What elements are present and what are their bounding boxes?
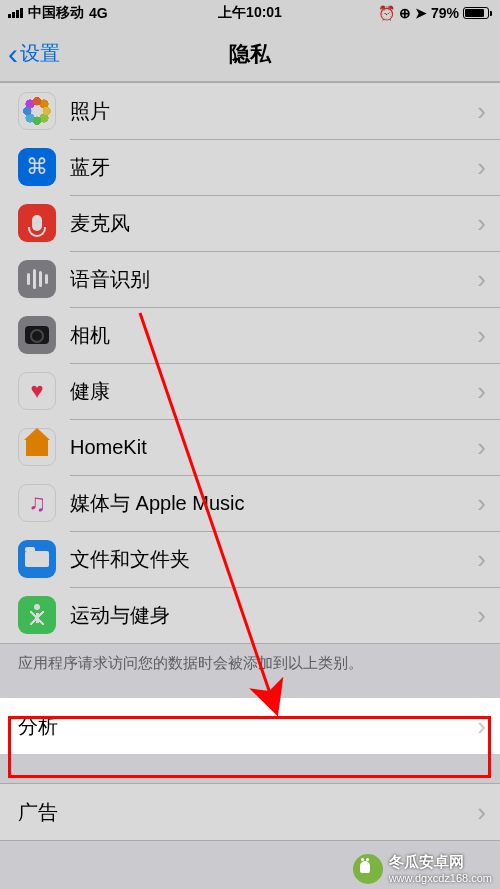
battery-percent: 79%: [431, 5, 459, 21]
signal-icon: [8, 8, 23, 18]
carrier-label: 中国移动: [28, 4, 84, 22]
bluetooth-icon: ⌘: [18, 148, 56, 186]
row-label: 照片: [70, 98, 471, 125]
chevron-right-icon: ›: [477, 600, 486, 631]
music-icon: ♫: [18, 484, 56, 522]
row-label: 分析: [18, 713, 471, 740]
row-label: 媒体与 Apple Music: [70, 490, 471, 517]
row-label: 健康: [70, 378, 471, 405]
analytics-list: 分析 ›: [0, 697, 500, 755]
back-button[interactable]: ‹ 设置: [0, 39, 60, 69]
chevron-right-icon: ›: [477, 152, 486, 183]
back-label: 设置: [20, 40, 60, 67]
row-homekit[interactable]: HomeKit ›: [0, 419, 500, 475]
chevron-right-icon: ›: [477, 264, 486, 295]
row-label: 广告: [18, 799, 471, 826]
health-icon: ♥: [18, 372, 56, 410]
battery-icon: [463, 7, 492, 19]
speech-recognition-icon: [18, 260, 56, 298]
chevron-right-icon: ›: [477, 797, 486, 828]
camera-icon: [18, 316, 56, 354]
location-icon: ➤: [415, 5, 427, 21]
row-speech-recognition[interactable]: 语音识别 ›: [0, 251, 500, 307]
chevron-right-icon: ›: [477, 208, 486, 239]
ads-list: 广告 ›: [0, 783, 500, 841]
photos-icon: [18, 92, 56, 130]
nav-bar: ‹ 设置 隐私: [0, 26, 500, 82]
watermark-title: 冬瓜安卓网: [389, 853, 492, 872]
section-footer: 应用程序请求访问您的数据时会被添加到以上类别。: [0, 644, 500, 697]
row-health[interactable]: ♥ 健康 ›: [0, 363, 500, 419]
microphone-icon: [18, 204, 56, 242]
page-title: 隐私: [229, 40, 271, 68]
row-label: HomeKit: [70, 436, 471, 459]
chevron-right-icon: ›: [477, 96, 486, 127]
chevron-right-icon: ›: [477, 320, 486, 351]
chevron-right-icon: ›: [477, 376, 486, 407]
chevron-right-icon: ›: [477, 711, 486, 742]
homekit-icon: [18, 428, 56, 466]
chevron-right-icon: ›: [477, 432, 486, 463]
watermark-url: www.dgxcdz168.com: [389, 872, 492, 884]
row-camera[interactable]: 相机 ›: [0, 307, 500, 363]
chevron-right-icon: ›: [477, 544, 486, 575]
row-bluetooth[interactable]: ⌘ 蓝牙 ›: [0, 139, 500, 195]
row-media-apple-music[interactable]: ♫ 媒体与 Apple Music ›: [0, 475, 500, 531]
status-bar: 中国移动 4G 上午10:01 ⏰ ⊕ ➤ 79%: [0, 0, 500, 26]
status-time: 上午10:01: [218, 4, 282, 22]
row-motion-fitness[interactable]: 运动与健身 ›: [0, 587, 500, 643]
activity-icon: [18, 596, 56, 634]
row-label: 相机: [70, 322, 471, 349]
chevron-left-icon: ‹: [8, 39, 18, 69]
network-label: 4G: [89, 5, 108, 21]
row-label: 文件和文件夹: [70, 546, 471, 573]
chevron-right-icon: ›: [477, 488, 486, 519]
row-label: 语音识别: [70, 266, 471, 293]
row-label: 运动与健身: [70, 602, 471, 629]
row-advertising[interactable]: 广告 ›: [0, 784, 500, 840]
watermark-icon: [353, 854, 383, 884]
row-files-folders[interactable]: 文件和文件夹 ›: [0, 531, 500, 587]
watermark: 冬瓜安卓网 www.dgxcdz168.com: [353, 853, 492, 884]
row-label: 麦克风: [70, 210, 471, 237]
alarm-icon: ⏰: [378, 5, 395, 21]
row-photos[interactable]: 照片 ›: [0, 83, 500, 139]
rotation-lock-icon: ⊕: [399, 5, 411, 21]
row-analytics[interactable]: 分析 ›: [0, 698, 500, 754]
row-microphone[interactable]: 麦克风 ›: [0, 195, 500, 251]
files-icon: [18, 540, 56, 578]
row-label: 蓝牙: [70, 154, 471, 181]
privacy-list: 照片 › ⌘ 蓝牙 › 麦克风 › 语音识别 › 相机 › ♥ 健康 › Hom…: [0, 82, 500, 644]
